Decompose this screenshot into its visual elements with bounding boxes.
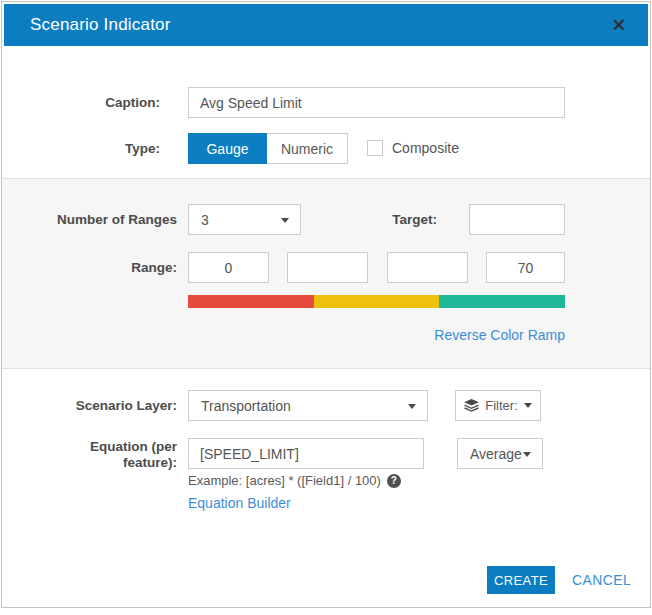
reverse-color-ramp-link[interactable]: Reverse Color Ramp bbox=[434, 327, 565, 343]
scenario-indicator-dialog: Scenario Indicator ✕ Caption: Type: Gaug… bbox=[1, 1, 651, 608]
scenario-layer-value: Transportation bbox=[201, 398, 291, 414]
range-label: Range: bbox=[22, 252, 177, 283]
caption-input[interactable] bbox=[188, 87, 565, 118]
create-button[interactable]: CREATE bbox=[487, 566, 555, 594]
equation-label-line1: Equation (per bbox=[90, 439, 177, 454]
type-segmented-control: Gauge Numeric bbox=[188, 133, 348, 164]
chevron-down-icon bbox=[281, 218, 289, 223]
layers-icon bbox=[464, 399, 479, 412]
close-icon[interactable]: ✕ bbox=[612, 4, 626, 46]
range-input-2[interactable] bbox=[287, 252, 368, 283]
range-input-1[interactable] bbox=[188, 252, 269, 283]
number-of-ranges-label: Number of Ranges bbox=[22, 204, 177, 235]
ramp-segment-red bbox=[188, 295, 314, 308]
type-label: Type: bbox=[22, 133, 160, 164]
chevron-down-icon bbox=[524, 403, 532, 408]
help-icon[interactable]: ? bbox=[387, 474, 401, 488]
equation-example-text: Example: [acres] * ([Field1] / 100) bbox=[188, 473, 381, 488]
filter-label: Filter: bbox=[485, 398, 518, 413]
composite-label: Composite bbox=[392, 133, 459, 164]
cancel-button[interactable]: CANCEL bbox=[572, 566, 631, 594]
composite-checkbox[interactable] bbox=[367, 140, 383, 156]
equation-builder-link[interactable]: Equation Builder bbox=[188, 495, 291, 511]
screen: Scenario Indicator ✕ Caption: Type: Gaug… bbox=[0, 0, 652, 615]
equation-example-row: Example: [acres] * ([Field1] / 100) ? bbox=[188, 473, 401, 488]
ramp-segment-green bbox=[439, 295, 565, 308]
dialog-header: Scenario Indicator ✕ bbox=[4, 4, 648, 46]
filter-button[interactable]: Filter: bbox=[455, 390, 541, 421]
target-label: Target: bbox=[302, 204, 437, 235]
range-input-3[interactable] bbox=[387, 252, 468, 283]
equation-label: Equation (per feature): bbox=[22, 439, 177, 471]
type-gauge-button[interactable]: Gauge bbox=[188, 133, 267, 164]
number-of-ranges-select[interactable]: 3 bbox=[188, 204, 301, 235]
chevron-down-icon bbox=[408, 404, 416, 409]
number-of-ranges-value: 3 bbox=[201, 212, 209, 228]
ramp-segment-yellow bbox=[314, 295, 440, 308]
aggregation-value: Average bbox=[470, 446, 522, 462]
equation-label-line2: feature): bbox=[123, 455, 177, 470]
range-input-4[interactable] bbox=[486, 252, 565, 283]
equation-input[interactable] bbox=[188, 438, 424, 469]
scenario-layer-label: Scenario Layer: bbox=[22, 390, 177, 421]
reverse-color-ramp-container: Reverse Color Ramp bbox=[188, 326, 565, 344]
dialog-title: Scenario Indicator bbox=[4, 15, 171, 35]
caption-label: Caption: bbox=[22, 87, 160, 118]
chevron-down-icon bbox=[523, 452, 531, 457]
scenario-layer-select[interactable]: Transportation bbox=[188, 390, 428, 421]
target-input[interactable] bbox=[469, 204, 565, 235]
aggregation-select[interactable]: Average bbox=[457, 438, 543, 469]
type-numeric-button[interactable]: Numeric bbox=[267, 133, 348, 164]
color-ramp bbox=[188, 295, 565, 308]
